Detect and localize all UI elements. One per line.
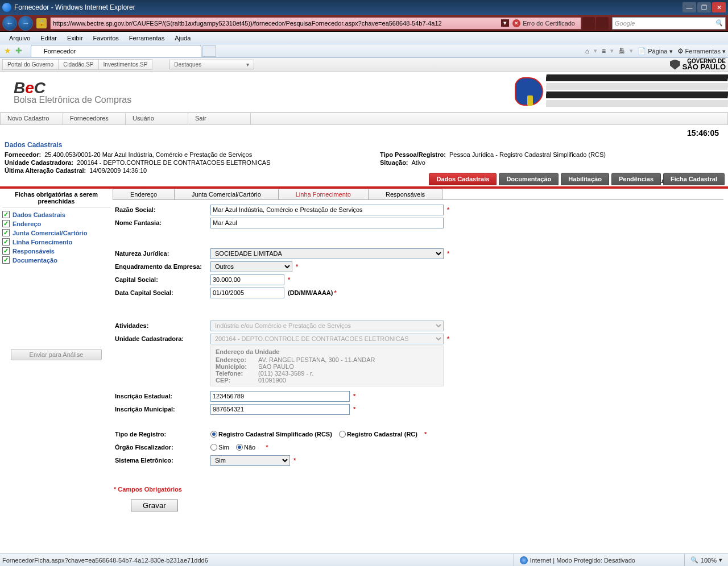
radio-rcs[interactable]: [210, 431, 217, 438]
chk-documentacao[interactable]: ✓Documentação: [2, 256, 110, 264]
favorites-star-icon[interactable]: ★: [2, 46, 13, 56]
chk-dados[interactable]: ✓Dados Cadastrais: [2, 211, 110, 218]
menu-favoritos[interactable]: Favoritos: [89, 34, 123, 43]
print-icon[interactable]: 🖶: [618, 47, 625, 55]
chk-junta[interactable]: ✓Junta Comercial/Cartório: [2, 229, 110, 236]
lbl-orgao: Órgão Fiscalizador:: [114, 444, 210, 451]
nav-usuario[interactable]: Usuário: [126, 113, 188, 124]
gov-tab-cidadao[interactable]: Cidadão.SP: [58, 59, 98, 70]
nav-bar: ← → 🔒 https://www.bectre.sp.gov.br/CAUFE…: [0, 15, 728, 32]
sub-tab-responsaveis[interactable]: Responsáveis: [368, 189, 442, 199]
lbl-tiporeg: Tipo de Registro:: [114, 431, 210, 438]
search-placeholder: Google: [615, 20, 635, 27]
input-razao[interactable]: [210, 205, 444, 215]
menu-arquivo[interactable]: Arquivo: [5, 34, 35, 43]
radio-orgao-sim[interactable]: [210, 444, 217, 451]
gov-tab-portal[interactable]: Portal do Governo: [2, 59, 59, 70]
select-unidadecad: 200164 - DEPTO.CONTROLE DE CONTRATACOES …: [210, 334, 444, 344]
select-sistema[interactable]: Sim: [210, 455, 290, 466]
refresh-button[interactable]: [582, 17, 595, 30]
lbl-datacapital: Data Capital Social:: [114, 289, 210, 296]
menu-exibir[interactable]: Exibir: [63, 34, 88, 43]
ie-icon: [2, 3, 11, 12]
gov-tab-investimentos[interactable]: Investimentos.SP: [98, 59, 153, 70]
tools-menu[interactable]: ⚙ Ferramentas ▾: [677, 47, 726, 55]
status-zoom[interactable]: 🔍100%▾: [684, 554, 728, 566]
sub-tab-endereco[interactable]: Endereço: [113, 189, 175, 199]
minimize-button[interactable]: —: [682, 2, 696, 13]
check-icon: ✓: [2, 229, 10, 236]
lbl-inscmun: Inscrição Municipal:: [114, 406, 210, 413]
select-enquad[interactable]: Outros: [210, 261, 292, 272]
campos-obrig: * Campos Obrigatórios: [114, 486, 722, 493]
lbl-sistema: Sistema Eletrônico:: [114, 457, 210, 464]
radio-rc[interactable]: [339, 431, 346, 438]
check-icon: ✓: [2, 211, 10, 218]
tab-favicon: [34, 47, 42, 55]
close-button[interactable]: ✕: [712, 2, 726, 13]
feed-icon[interactable]: ≡: [602, 47, 606, 55]
left-panel-header: Fichas obrigatórias a serem preenchidas: [2, 189, 110, 207]
nav-novo-cadastro[interactable]: Novo Cadastro: [1, 113, 63, 124]
gov-bar: Portal do Governo Cidadão.SP Investiment…: [0, 58, 728, 72]
input-datacapital[interactable]: [210, 288, 284, 298]
radio-orgao-nao[interactable]: [236, 444, 243, 451]
lbl-enquad: Enquadramento da Empresa:: [114, 263, 210, 270]
address-dropdown-icon[interactable]: ▾: [501, 19, 509, 27]
nav-fornecedores[interactable]: Fornecedores: [63, 113, 126, 124]
favorites-bar: ★ ✚ Fornecedor ⌂▾ ≡▾ 🖶▾ 📄 Página ▾ ⚙ Fer…: [0, 44, 728, 58]
cert-error-text: Erro do Certificado: [523, 20, 575, 27]
menu-ajuda[interactable]: Ajuda: [170, 34, 195, 43]
section-title: Dados Cadastrais: [5, 141, 723, 149]
menu-ferramentas[interactable]: Ferramentas: [125, 34, 169, 43]
sub-tab-junta[interactable]: Junta Comercial/Cartório: [174, 189, 279, 199]
destaques-dropdown[interactable]: Destaques▾: [169, 60, 254, 69]
cert-error-icon: ✕: [512, 19, 520, 27]
sub-tabs: Endereço Junta Comercial/Cartório Linha …: [113, 189, 723, 200]
ie-title-bar: Fornecedor - Windows Internet Explorer —…: [0, 0, 728, 15]
main-nav: Novo Cadastro Fornecedores Usuário Sair: [0, 113, 728, 125]
home-icon[interactable]: ⌂: [585, 47, 589, 55]
btn-enviar-analise[interactable]: Enviar para Análise: [11, 349, 102, 360]
btn-gravar[interactable]: Gravar: [131, 500, 178, 511]
input-inscest[interactable]: [210, 391, 350, 402]
lbl-atividades: Atividades:: [114, 322, 210, 329]
chk-endereco[interactable]: ✓Endereço: [2, 220, 110, 227]
chk-responsaveis[interactable]: ✓Responsáveis: [2, 247, 110, 255]
input-fantasia[interactable]: [210, 218, 444, 228]
new-tab-button[interactable]: [202, 45, 216, 57]
red-tab-habilitacao[interactable]: Habilitação: [561, 173, 609, 185]
select-natureza[interactable]: SOCIEDADE LIMITADA: [210, 248, 444, 259]
add-favorite-icon[interactable]: ✚: [14, 46, 24, 56]
input-capital[interactable]: [210, 274, 284, 285]
nav-sair[interactable]: Sair: [188, 113, 251, 124]
red-tab-documentacao[interactable]: Documentação: [499, 173, 559, 185]
unit-address-box: Endereço da Unidade Endereço:AV. RANGEL …: [210, 346, 444, 386]
lbl-natureza: Natureza Jurídica:: [114, 250, 210, 257]
address-bar[interactable]: https://www.bectre.sp.gov.br/CAUFESP/(S(…: [50, 17, 581, 30]
lbl-inscest: Inscrição Estadual:: [114, 393, 210, 399]
chk-linha[interactable]: ✓Linha Fornecimento: [2, 238, 110, 245]
menu-bar: Arquivo Editar Exibir Favoritos Ferramen…: [0, 32, 728, 44]
stop-button[interactable]: [596, 17, 609, 30]
input-inscmun[interactable]: [210, 404, 350, 415]
maximize-button[interactable]: ❐: [697, 2, 711, 13]
search-box[interactable]: Google 🔍: [612, 17, 726, 30]
forward-button[interactable]: →: [18, 16, 33, 31]
lbl-unidadecad: Unidade Cadastradora:: [114, 335, 210, 342]
back-button[interactable]: ←: [2, 16, 17, 31]
red-tab-pendencias[interactable]: Pendências: [611, 173, 661, 185]
clock: 15:46:05: [0, 125, 728, 138]
red-tab-ficha[interactable]: Ficha Cadastral: [663, 173, 725, 185]
menu-editar[interactable]: Editar: [36, 34, 61, 43]
red-tab-dados[interactable]: Dados Cadastrais: [429, 173, 497, 185]
status-bar: FornecedorFicha.aspx?chave=ea568648-54b7…: [0, 553, 728, 566]
select-atividades: Indústria e/ou Comércio e Prestação de S…: [210, 321, 444, 331]
sub-tab-linha[interactable]: Linha Fornecimento: [278, 189, 369, 199]
search-icon[interactable]: 🔍: [715, 19, 723, 27]
bec-logo: BeC Bolsa Eletrônica de Compras: [14, 79, 131, 105]
browser-tab[interactable]: Fornecedor: [31, 45, 201, 57]
status-zone: Internet | Modo Protegido: Desativado: [514, 554, 684, 566]
page-menu[interactable]: 📄 Página ▾: [638, 47, 672, 55]
globe-icon: [520, 556, 528, 564]
